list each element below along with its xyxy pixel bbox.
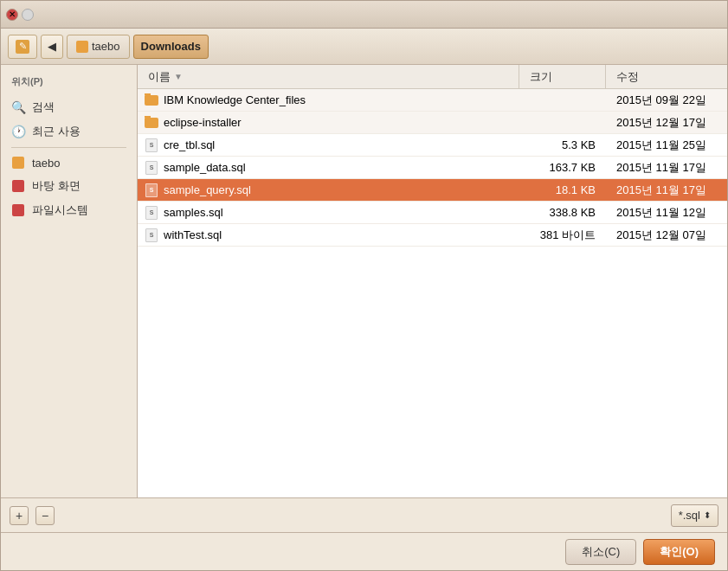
- file-size: 5.3 KB: [562, 138, 596, 151]
- sql-file-icon: S: [145, 228, 158, 242]
- pencil-icon: ✎: [16, 40, 29, 54]
- sql-file-icon-selected: S: [145, 183, 158, 197]
- file-panel: 이름 ▼ 크기 수정 IBM Knowle: [138, 65, 727, 497]
- minimize-button[interactable]: [22, 9, 34, 21]
- file-name: cre_tbl.sql: [164, 138, 215, 151]
- file-cell-size: 381 바이트: [519, 228, 606, 243]
- sql-file-icon: S: [145, 161, 158, 175]
- edit-button[interactable]: ✎: [8, 35, 37, 59]
- sidebar-item-desktop[interactable]: 바탕 화면: [1, 174, 137, 198]
- sql-file-icon: S: [145, 138, 158, 152]
- table-row[interactable]: S withTest.sql 381 바이트 2015년 12월 07일: [138, 224, 727, 247]
- file-modified: 2015년 11월 25일: [616, 138, 706, 151]
- file-name: IBM Knowledge Center_files: [164, 93, 306, 106]
- file-cell-name: S sample_query.sql: [138, 183, 519, 197]
- file-modified: 2015년 12월 17일: [616, 116, 706, 129]
- sidebar-label-desktop: 바탕 화면: [32, 178, 81, 194]
- add-button[interactable]: +: [10, 506, 29, 525]
- downloads-label: Downloads: [141, 40, 201, 53]
- file-cell-modified: 2015년 11월 25일: [606, 138, 727, 153]
- sidebar-item-taebo[interactable]: taebo: [1, 151, 137, 174]
- table-row[interactable]: S sample_data.sql 163.7 KB 2015년 11월 17일: [138, 157, 727, 179]
- file-size: 163.7 KB: [550, 161, 596, 174]
- table-row[interactable]: S samples.sql 338.8 KB 2015년 11월 12일: [138, 202, 727, 224]
- file-modified: 2015년 11월 12일: [616, 206, 706, 219]
- file-cell-name: S sample_data.sql: [138, 161, 519, 175]
- titlebar: ✕: [1, 1, 727, 29]
- minus-icon: −: [42, 509, 48, 523]
- file-list: IBM Knowledge Center_files 2015년 09월 22일: [138, 89, 727, 497]
- location-button[interactable]: taebo: [67, 35, 130, 59]
- file-name: samples.sql: [164, 206, 223, 219]
- file-cell-modified: 2015년 12월 07일: [606, 228, 727, 243]
- downloads-tab[interactable]: Downloads: [133, 35, 209, 59]
- remove-button[interactable]: −: [35, 506, 55, 525]
- file-modified: 2015년 12월 07일: [616, 228, 706, 241]
- file-cell-name: S withTest.sql: [138, 228, 519, 242]
- table-row[interactable]: IBM Knowledge Center_files 2015년 09월 22일: [138, 89, 727, 112]
- column-modified-label: 수정: [616, 69, 639, 85]
- sidebar-divider-1: [11, 147, 126, 148]
- table-row-selected[interactable]: S sample_query.sql 18.1 KB 2015년 11월 17일: [138, 179, 727, 202]
- filter-select[interactable]: *.sql ⬍: [671, 504, 718, 527]
- file-size: 18.1 KB: [556, 183, 596, 196]
- sidebar-item-recent[interactable]: 🕐 최근 사용: [1, 119, 137, 144]
- location-label: taebo: [92, 40, 120, 53]
- file-cell-name: IBM Knowledge Center_files: [138, 93, 519, 107]
- toolbar: ✎ ◀ taebo Downloads: [1, 29, 727, 65]
- file-cell-modified: 2015년 09월 22일: [606, 93, 727, 108]
- file-cell-size: 338.8 KB: [519, 206, 606, 219]
- file-modified: 2015년 09월 22일: [616, 93, 706, 106]
- sidebar-label-search: 검색: [32, 99, 55, 115]
- sql-file-icon: S: [145, 206, 158, 220]
- file-cell-size: 5.3 KB: [519, 138, 606, 151]
- file-cell-name: S cre_tbl.sql: [138, 138, 519, 152]
- sidebar-item-filesystem[interactable]: 파일시스템: [1, 198, 137, 222]
- folder-icon: [145, 116, 158, 130]
- file-modified: 2015년 11월 17일: [616, 183, 706, 196]
- back-button[interactable]: ◀: [41, 35, 63, 59]
- file-cell-size: 18.1 KB: [519, 183, 606, 196]
- file-cell-size: 163.7 KB: [519, 161, 606, 174]
- sidebar-label-recent: 최근 사용: [32, 124, 81, 139]
- content-area: 위치(P) 🔍 검색 🕐 최근 사용 taebo 바탕 화면: [1, 65, 727, 497]
- filter-arrow-icon: ⬍: [704, 510, 711, 520]
- file-size: 338.8 KB: [550, 206, 596, 219]
- sidebar-header: 위치(P): [1, 72, 137, 95]
- action-bar: 취소(C) 확인(O): [1, 532, 727, 570]
- bottom-bar: + − *.sql ⬍: [1, 497, 727, 532]
- file-modified: 2015년 11월 17일: [616, 161, 706, 174]
- folder-icon: [145, 93, 158, 107]
- file-cell-modified: 2015년 11월 12일: [606, 205, 727, 221]
- file-table-header: 이름 ▼ 크기 수정: [138, 65, 727, 89]
- confirm-button[interactable]: 확인(O): [643, 539, 715, 565]
- recent-icon: 🕐: [11, 125, 25, 138]
- sidebar-item-search[interactable]: 🔍 검색: [1, 95, 137, 119]
- filter-label: *.sql: [679, 509, 700, 522]
- file-name: withTest.sql: [164, 228, 222, 241]
- close-button[interactable]: ✕: [6, 9, 18, 21]
- file-cell-modified: 2015년 11월 17일: [606, 160, 727, 176]
- filesystem-icon: [11, 203, 25, 217]
- file-name: sample_data.sql: [164, 161, 246, 174]
- file-name: sample_query.sql: [164, 183, 251, 196]
- sidebar-label-filesystem: 파일시스템: [32, 202, 88, 218]
- plus-icon: +: [16, 509, 23, 523]
- column-size-label: 크기: [530, 69, 552, 85]
- file-cell-name: S samples.sql: [138, 206, 519, 220]
- column-size[interactable]: 크기: [519, 65, 606, 88]
- search-icon: 🔍: [11, 100, 25, 114]
- column-name-label: 이름: [148, 69, 171, 85]
- file-cell-modified: 2015년 12월 17일: [606, 115, 727, 131]
- table-row[interactable]: eclipse-installer 2015년 12월 17일: [138, 112, 727, 134]
- sidebar-label-taebo: taebo: [32, 157, 61, 170]
- home-icon: [11, 156, 25, 170]
- column-name[interactable]: 이름 ▼: [138, 65, 519, 88]
- sort-icon: ▼: [174, 72, 183, 81]
- file-size: 381 바이트: [540, 228, 596, 241]
- main-window: ✕ ✎ ◀ taebo Downloads 위치(P) 🔍 검색 🕐: [0, 0, 728, 571]
- column-modified[interactable]: 수정: [606, 65, 727, 88]
- cancel-button[interactable]: 취소(C): [565, 539, 636, 565]
- table-row[interactable]: S cre_tbl.sql 5.3 KB 2015년 11월 25일: [138, 134, 727, 157]
- sidebar: 위치(P) 🔍 검색 🕐 최근 사용 taebo 바탕 화면: [1, 65, 138, 497]
